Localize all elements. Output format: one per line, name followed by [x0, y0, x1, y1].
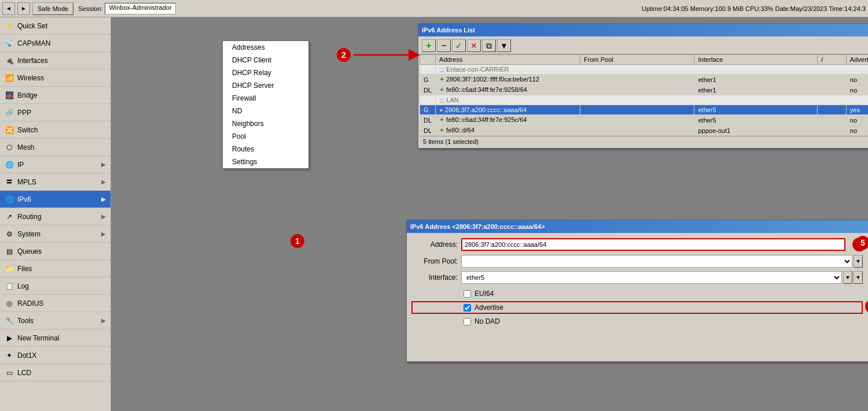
sidebar-item-quick-set[interactable]: ⚡ Quick Set: [0, 17, 111, 35]
table-row: ;;; Enlace-con-CARRIER: [420, 65, 869, 75]
col-header-advertise: Advertise: [846, 55, 868, 65]
pool-cell: [580, 115, 694, 125]
sidebar-item-dot1x[interactable]: ✦ Dot1X: [0, 347, 111, 364]
no-dad-checkbox[interactable]: [464, 318, 471, 325]
menu-item-firewall[interactable]: Firewall: [223, 92, 308, 105]
from-pool-select[interactable]: [461, 255, 852, 268]
tools-arrow-icon: ▶: [101, 317, 106, 324]
interface-cell: pppoe-out1: [694, 125, 818, 136]
menu-item-routes[interactable]: Routes: [223, 143, 308, 155]
sidebar-item-bridge[interactable]: 🌉 Bridge: [0, 87, 111, 104]
comment-cell: ;;; Enlace-con-CARRIER: [436, 65, 868, 75]
remove-address-button[interactable]: −: [437, 39, 451, 52]
system-arrow-icon: ▶: [101, 231, 106, 237]
sidebar-item-ip[interactable]: 🌐 IP ▶: [0, 156, 111, 173]
table-row[interactable]: DL ✦ fe80::c6ad:34ff:fe7e:925c/64 ether5…: [420, 115, 869, 125]
flag-cell: DL: [420, 85, 436, 95]
menu-item-neighbors[interactable]: Neighbors: [223, 117, 308, 130]
interface-select[interactable]: ether5: [461, 271, 842, 284]
address-dialog-titlebar[interactable]: IPv6 Address <2806:3f7:a200:cccc::aaaa/6…: [407, 220, 868, 233]
back-button[interactable]: ◄: [2, 2, 15, 15]
tools-icon: 🔧: [5, 316, 14, 325]
sidebar-item-radius[interactable]: ◎ RADIUS: [0, 295, 111, 312]
table-row[interactable]: G ● 2806:3f7:a200:cccc::aaaa/64 ether5 y…: [420, 105, 869, 115]
main-container: ⚡ Quick Set 📡 CAPsMAN 🔌 Interfaces 📶 Wir…: [0, 17, 868, 411]
sidebar-label-queues: Queues: [17, 247, 42, 256]
table-row[interactable]: DL ✦ fe80::c6ad:34ff:fe7e:9258/64 ether1…: [420, 85, 869, 95]
flag-cell: [420, 65, 436, 75]
sidebar-item-wireless[interactable]: 📶 Wireless: [0, 69, 111, 87]
sidebar-item-capsman[interactable]: 📡 CAPsMAN: [0, 35, 111, 52]
address-list-toolbar: + − ✓ ✕ ⧉ ▼: [420, 38, 868, 54]
sidebar-label-tools: Tools: [17, 317, 34, 325]
address-cell: ✦ fe80::c6ad:34ff:fe7e:9258/64: [436, 85, 580, 95]
status-bar: Uptime:04:34:05 Memory:100.9 MiB CPU:33%…: [642, 5, 866, 12]
pool-cell: [580, 75, 694, 85]
interface-label: Interface:: [411, 273, 458, 282]
slash-cell: [818, 85, 847, 95]
sidebar-item-routing[interactable]: ↗ Routing ▶: [0, 208, 111, 225]
interfaces-icon: 🔌: [5, 56, 14, 65]
slash-cell: [818, 105, 847, 115]
sidebar-item-system[interactable]: ⚙ System ▶: [0, 225, 111, 243]
sidebar-item-ipv6[interactable]: 🌐 IPv6 ▶: [0, 191, 111, 208]
from-pool-dropdown-btn[interactable]: ▼: [854, 255, 863, 268]
sidebar-label-interfaces: Interfaces: [17, 57, 48, 65]
sidebar-label-lcd: LCD: [17, 369, 31, 377]
interface-cell: ether1: [694, 75, 818, 85]
sidebar-item-files[interactable]: 📁 Files: [0, 260, 111, 277]
pool-cell: [580, 85, 694, 95]
safe-mode-button[interactable]: Safe Mode: [32, 2, 73, 15]
comment-toolbar-button[interactable]: ⧉: [482, 39, 496, 52]
menu-item-pool[interactable]: Pool: [223, 130, 308, 143]
sidebar-item-log[interactable]: 📋 Log: [0, 277, 111, 295]
address-list-footer: 5 items (1 selected): [420, 136, 868, 147]
menu-item-dhcp-relay[interactable]: DHCP Relay: [223, 66, 308, 79]
table-row[interactable]: DL ✦ fe80::d/64 pppoe-out1 no: [420, 125, 869, 136]
eui64-label: EUI64: [475, 290, 494, 298]
eui64-checkbox[interactable]: [464, 290, 471, 298]
sidebar-item-lcd[interactable]: ▭ LCD: [0, 364, 111, 382]
flag-cell: DL: [420, 115, 436, 125]
radius-icon: ◎: [5, 299, 14, 308]
content-area: Addresses DHCP Client DHCP Relay DHCP Se…: [111, 17, 868, 411]
pool-cell: [580, 105, 694, 115]
address-cell: ✦ fe80::d/64: [436, 125, 580, 136]
forward-button[interactable]: ►: [17, 2, 30, 15]
sidebar-item-ppp[interactable]: 🔗 PPP: [0, 104, 111, 121]
flag-cell: G: [420, 75, 436, 85]
advertise-checkbox[interactable]: [464, 304, 471, 312]
address-list-titlebar[interactable]: IPv6 Address List _ □ ✕: [418, 24, 868, 36]
advertise-cell: yes: [846, 105, 868, 115]
interface-detail-btn[interactable]: ▼: [854, 271, 863, 284]
disable-button[interactable]: ✕: [467, 39, 481, 52]
address-cell: ● 2806:3f7:a200:cccc::aaaa/64: [436, 105, 580, 115]
menu-item-settings[interactable]: Settings: [223, 155, 308, 168]
ipv6-address-list-window: IPv6 Address List _ □ ✕ + − ✓ ✕ ⧉ ▼: [418, 23, 868, 149]
from-pool-select-wrapper: ▼: [461, 255, 863, 268]
from-pool-row: From Pool: ▼: [411, 255, 863, 268]
sidebar-label-ip: IP: [17, 161, 24, 169]
address-input[interactable]: [461, 238, 845, 251]
menu-item-nd[interactable]: ND: [223, 105, 308, 117]
top-bar: ◄ ► Safe Mode Session: Winbox-Administra…: [0, 0, 868, 17]
menu-item-dhcp-server[interactable]: DHCP Server: [223, 79, 308, 92]
add-address-button[interactable]: +: [422, 39, 436, 52]
sidebar-item-interfaces[interactable]: 🔌 Interfaces: [0, 52, 111, 69]
table-row[interactable]: G ✦ 2806:3f7:1002::ffff:f0ca:bebe/112 et…: [420, 75, 869, 85]
sidebar-item-mpls[interactable]: 〓 MPLS ▶: [0, 173, 111, 191]
filter-button[interactable]: ▼: [497, 39, 511, 52]
sidebar-item-queues[interactable]: ▤ Queues: [0, 243, 111, 260]
menu-item-addresses[interactable]: Addresses: [223, 41, 308, 54]
interface-dropdown-btn[interactable]: ▼: [843, 271, 852, 284]
sidebar-label-capsman: CAPsMAN: [17, 39, 50, 47]
sidebar-item-tools[interactable]: 🔧 Tools ▶: [0, 312, 111, 329]
sidebar-item-new-terminal[interactable]: ▶ New Terminal: [0, 329, 111, 347]
menu-item-dhcp-client[interactable]: DHCP Client: [223, 54, 308, 66]
sidebar-item-mesh[interactable]: ⬡ Mesh: [0, 139, 111, 156]
address-dialog-inner: Address: 3 From Pool:: [407, 233, 868, 361]
sidebar-item-switch[interactable]: 🔀 Switch: [0, 121, 111, 139]
badge-5: 5: [856, 236, 868, 250]
advertise-cell: no: [846, 125, 868, 136]
enable-button[interactable]: ✓: [452, 39, 466, 52]
